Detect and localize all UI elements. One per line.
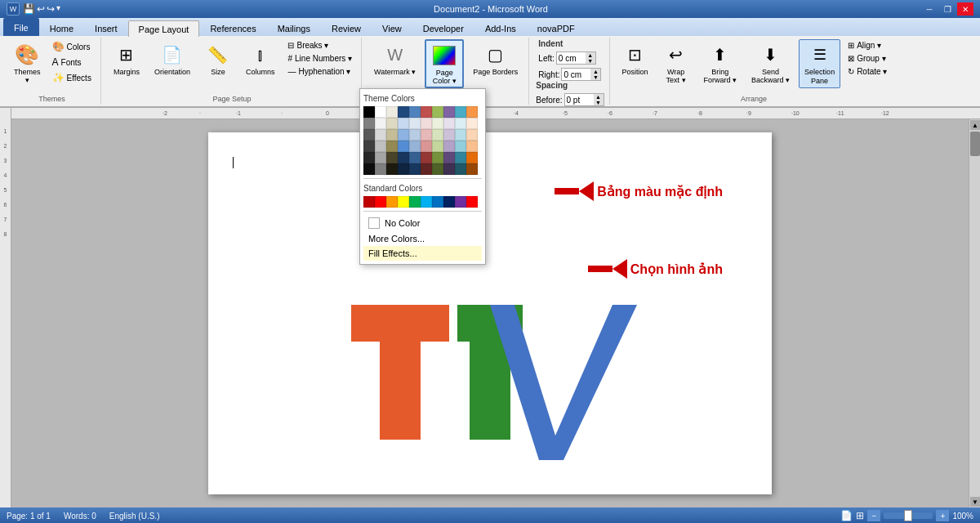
standard-color-swatch[interactable] <box>455 196 466 208</box>
zoom-in-btn[interactable]: + <box>936 510 949 521</box>
fill-effects-option[interactable]: Fill Effects... <box>363 246 482 261</box>
theme-color-swatch[interactable] <box>421 106 432 118</box>
theme-color-swatch[interactable] <box>363 118 375 129</box>
page-borders-btn[interactable]: ▢ Page Borders <box>467 39 523 78</box>
theme-color-swatch[interactable] <box>455 118 466 129</box>
standard-color-swatch[interactable] <box>386 196 398 208</box>
indent-left-input[interactable] <box>557 52 586 64</box>
tab-page-layout[interactable]: Page Layout <box>128 20 200 37</box>
align-btn[interactable]: ⊞ Align ▾ <box>844 39 891 51</box>
tab-add-ins[interactable]: Add-Ins <box>474 20 527 36</box>
save-icon[interactable]: 💾 <box>23 3 35 15</box>
hyphenation-btn[interactable]: — Hyphenation ▾ <box>283 65 356 78</box>
page-color-btn[interactable]: PageColor ▾ <box>425 39 464 88</box>
zoom-out-btn[interactable]: − <box>867 510 880 521</box>
theme-color-swatch[interactable] <box>375 152 386 163</box>
theme-color-swatch[interactable] <box>443 129 455 141</box>
theme-color-swatch[interactable] <box>466 129 478 141</box>
indent-left-up[interactable]: ▲ <box>586 52 595 58</box>
wrap-text-btn[interactable]: ↩ WrapText ▾ <box>657 39 695 87</box>
more-colors-option[interactable]: More Colors... <box>363 231 482 246</box>
standard-color-swatch[interactable] <box>375 196 386 208</box>
tab-novapdf[interactable]: novaPDF <box>527 20 586 36</box>
theme-color-swatch[interactable] <box>409 163 421 175</box>
theme-color-swatch[interactable] <box>455 141 466 152</box>
size-btn[interactable]: 📏 Size <box>199 39 237 78</box>
tab-review[interactable]: Review <box>321 20 372 36</box>
theme-color-swatch[interactable] <box>455 163 466 175</box>
theme-color-swatch[interactable] <box>363 163 375 175</box>
theme-color-swatch[interactable] <box>421 152 432 163</box>
theme-color-swatch[interactable] <box>432 118 443 129</box>
theme-color-swatch[interactable] <box>375 163 386 175</box>
restore-btn[interactable]: ❐ <box>939 2 956 16</box>
scrollbar-vertical[interactable]: ▲ ▼ <box>969 119 980 507</box>
theme-color-swatch[interactable] <box>443 152 455 163</box>
indent-right-down[interactable]: ▼ <box>590 74 600 80</box>
theme-color-swatch[interactable] <box>421 163 432 175</box>
theme-color-swatch[interactable] <box>409 141 421 152</box>
theme-color-swatch[interactable] <box>363 152 375 163</box>
theme-color-swatch[interactable] <box>443 106 455 118</box>
theme-color-swatch[interactable] <box>386 118 398 129</box>
theme-color-swatch[interactable] <box>466 118 478 129</box>
scroll-thumb[interactable] <box>970 132 980 156</box>
theme-color-swatch[interactable] <box>409 152 421 163</box>
theme-color-swatch[interactable] <box>409 118 421 129</box>
watermark-btn[interactable]: W Watermark ▾ <box>368 39 421 78</box>
indent-right-spinner[interactable]: ▲ ▼ <box>561 68 601 81</box>
margins-btn[interactable]: ⊞ Margins <box>108 39 145 78</box>
close-btn[interactable]: ✕ <box>957 2 973 16</box>
standard-color-swatch[interactable] <box>409 196 421 208</box>
theme-color-swatch[interactable] <box>398 163 409 175</box>
tab-home[interactable]: Home <box>39 20 84 36</box>
theme-color-swatch[interactable] <box>375 106 386 118</box>
indent-right-input[interactable] <box>562 69 590 80</box>
theme-color-swatch[interactable] <box>432 129 443 141</box>
theme-color-swatch[interactable] <box>421 118 432 129</box>
layout-btn[interactable]: 📄 <box>840 510 853 521</box>
tab-references[interactable]: References <box>199 20 266 36</box>
theme-color-swatch[interactable] <box>386 163 398 175</box>
theme-color-swatch[interactable] <box>363 141 375 152</box>
theme-color-swatch[interactable] <box>398 106 409 118</box>
minimize-btn[interactable]: ─ <box>921 2 938 16</box>
spacing-before-spinner[interactable]: ▲ ▼ <box>564 93 604 106</box>
spacing-before-down[interactable]: ▼ <box>594 100 604 105</box>
theme-color-swatch[interactable] <box>375 141 386 152</box>
theme-color-swatch[interactable] <box>466 163 478 175</box>
theme-color-swatch[interactable] <box>432 106 443 118</box>
zoom-slider-thumb[interactable] <box>904 510 912 521</box>
theme-color-swatch[interactable] <box>363 129 375 141</box>
theme-color-swatch[interactable] <box>466 152 478 163</box>
orientation-btn[interactable]: 📄 Orientation <box>149 39 196 78</box>
fonts-btn[interactable]: A Fonts <box>48 55 96 69</box>
indent-right-up[interactable]: ▲ <box>590 69 600 74</box>
theme-color-swatch[interactable] <box>455 129 466 141</box>
standard-color-swatch[interactable] <box>432 196 443 208</box>
theme-color-swatch[interactable] <box>432 141 443 152</box>
theme-color-swatch[interactable] <box>386 152 398 163</box>
bring-forward-btn[interactable]: ⬆ BringForward ▾ <box>698 39 743 87</box>
tab-insert[interactable]: Insert <box>84 20 128 36</box>
standard-color-swatch[interactable] <box>466 196 478 208</box>
theme-color-swatch[interactable] <box>398 118 409 129</box>
theme-color-swatch[interactable] <box>432 163 443 175</box>
standard-color-swatch[interactable] <box>443 196 455 208</box>
standard-color-swatch[interactable] <box>421 196 432 208</box>
spacing-before-input[interactable] <box>565 94 594 105</box>
no-color-option[interactable]: No Color <box>363 215 482 231</box>
theme-color-swatch[interactable] <box>363 106 375 118</box>
theme-color-swatch[interactable] <box>386 129 398 141</box>
themes-btn[interactable]: 🎨 Themes▾ <box>8 39 47 87</box>
theme-color-swatch[interactable] <box>455 106 466 118</box>
columns-btn[interactable]: ⫿ Columns <box>240 39 281 78</box>
tab-file[interactable]: File <box>3 18 39 36</box>
spacing-before-up[interactable]: ▲ <box>594 94 604 100</box>
scroll-up-btn[interactable]: ▲ <box>970 120 980 130</box>
page-scroll[interactable]: Bảng màu mặc định Chọn hình ảnh <box>11 119 969 507</box>
window-controls[interactable]: ─ ❐ ✕ <box>921 2 973 16</box>
rotate-btn[interactable]: ↻ Rotate ▾ <box>844 65 891 78</box>
theme-color-swatch[interactable] <box>386 106 398 118</box>
effects-btn[interactable]: ✨ Effects <box>48 70 96 85</box>
